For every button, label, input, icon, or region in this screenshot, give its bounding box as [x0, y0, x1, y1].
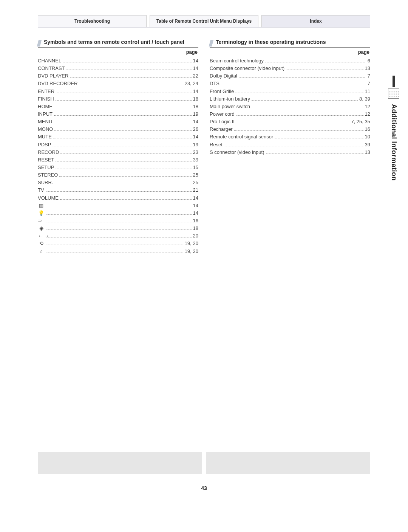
leader-dots [46, 188, 192, 192]
index-entry[interactable]: FINISH18 [38, 95, 198, 103]
index-entry[interactable]: INPUT19 [38, 110, 198, 118]
index-entry[interactable]: Reset39 [210, 141, 370, 149]
leader-dots [60, 150, 191, 154]
index-term: MENU [38, 118, 52, 126]
index-page: 7, 25, 35 [351, 118, 370, 126]
index-term: STEREO [38, 171, 58, 179]
index-term: Lithium-ion battery [210, 95, 250, 103]
index-page: 6 [368, 57, 370, 65]
index-page: 14 [193, 57, 198, 65]
index-entry[interactable]: Front Grille11 [210, 88, 370, 95]
index-term: Composite connector (video input) [210, 65, 284, 72]
index-page: 26 [193, 126, 198, 133]
leader-dots [56, 165, 191, 169]
right-section-title: Terminology in these operating instructi… [210, 39, 370, 48]
index-entry[interactable]: STEREO25 [38, 171, 198, 179]
index-entry[interactable]: ⌂19, 20 [38, 248, 198, 255]
leader-dots [79, 81, 183, 85]
index-entry[interactable]: VOLUME14 [38, 194, 198, 202]
index-entry[interactable]: DVD RECORDER23, 24 [38, 80, 198, 87]
leader-dots [286, 66, 363, 70]
index-page: 19, 20 [185, 240, 198, 247]
leader-dots [56, 89, 191, 93]
index-entry[interactable]: Composite connector (video input)13 [210, 65, 370, 72]
index-entry[interactable]: Recharger16 [210, 126, 370, 133]
index-entry[interactable]: Lithium-ion battery8, 39 [210, 95, 370, 103]
index-entry[interactable]: Beam control technology6 [210, 57, 370, 65]
index-entry[interactable]: PDSP19 [38, 141, 198, 149]
leader-dots [53, 135, 192, 138]
leader-dots [46, 219, 192, 222]
left-section-title: Symbols and terms on remote control unit… [38, 39, 198, 48]
index-page: 14 [193, 118, 198, 126]
index-entry[interactable]: MUTE14 [38, 133, 198, 141]
tab-troubleshooting[interactable]: Troubleshooting [38, 15, 147, 27]
leader-dots [252, 97, 358, 101]
leader-dots [275, 135, 363, 138]
index-term: MONO [38, 126, 53, 133]
tab-index[interactable]: Index [261, 15, 370, 27]
index-entry[interactable]: MONO26 [38, 126, 198, 133]
index-term: DVD PLAYER [38, 72, 68, 80]
index-entry[interactable]: CONTRAST14 [38, 65, 198, 72]
index-entry[interactable]: ⟲19, 20 [38, 240, 198, 247]
leader-dots [265, 59, 366, 62]
index-entry[interactable]: ◉18 [38, 225, 198, 232]
index-entry[interactable]: CHANNEL14 [38, 57, 198, 65]
index-page: 19, 20 [185, 248, 198, 255]
index-entry[interactable]: S connector (video input)13 [210, 149, 370, 156]
index-entry[interactable]: 💡14 [38, 209, 198, 217]
right-page-header: page [210, 49, 369, 55]
index-entry[interactable]: HOME18 [38, 103, 198, 110]
leader-dots [54, 119, 191, 123]
leader-dots [46, 241, 183, 245]
index-page: 14 [193, 133, 198, 141]
index-page: 16 [365, 126, 370, 133]
index-page: 21 [193, 186, 198, 194]
side-tab-label: Additional Information [390, 104, 398, 181]
index-symbol: ← → [38, 232, 45, 240]
index-entry[interactable]: DTS7 [210, 80, 370, 87]
leader-dots [59, 173, 191, 177]
tab-remote-menu[interactable]: Table of Remote Control Unit Menu Displa… [150, 15, 258, 27]
index-entry[interactable]: ⊃–16 [38, 217, 198, 225]
index-entry[interactable]: SETUP15 [38, 164, 198, 171]
index-entry[interactable]: Remote control signal sensor10 [210, 133, 370, 141]
section-tick-icon [37, 40, 42, 47]
side-tab-bar-icon [393, 76, 395, 87]
leader-dots [60, 195, 192, 199]
index-term: S connector (video input) [210, 149, 264, 156]
index-term: Front Grille [210, 88, 234, 95]
index-entry[interactable]: Main power switch12 [210, 103, 370, 110]
top-tabs: Troubleshooting Table of Remote Control … [38, 15, 370, 28]
index-entry[interactable]: RECORD23 [38, 149, 198, 156]
index-term: SURR. [38, 179, 53, 186]
footer-block-left [38, 452, 202, 474]
side-tab-dots-icon: ∘∘∘∘∘∘∘∘∘∘∘∘∘∘∘∘∘∘∘∘∘∘∘∘ [388, 88, 399, 99]
index-entry[interactable]: Pro Logic II7, 25, 35 [210, 118, 370, 126]
index-entry[interactable]: ▥14 [38, 202, 198, 209]
leader-dots [46, 249, 183, 253]
index-entry[interactable]: MENU14 [38, 118, 198, 126]
index-entry[interactable]: ENTER14 [38, 88, 198, 95]
index-entry[interactable]: Power cord12 [210, 110, 370, 118]
index-symbol: 💡 [38, 209, 45, 217]
side-tab: ∘∘∘∘∘∘∘∘∘∘∘∘∘∘∘∘∘∘∘∘∘∘∘∘ Additional Info… [387, 76, 400, 181]
leader-dots [70, 74, 191, 78]
index-entry[interactable]: RESET39 [38, 156, 198, 164]
leader-dots [266, 150, 363, 154]
index-page: 16 [193, 217, 198, 225]
index-entry[interactable]: ← →20 [38, 232, 198, 240]
index-entry[interactable]: DVD PLAYER22 [38, 72, 198, 80]
index-entry[interactable]: TV21 [38, 186, 198, 194]
index-page: 22 [193, 72, 198, 80]
index-term: ENTER [38, 88, 54, 95]
index-page: 7 [368, 72, 370, 80]
index-entry[interactable]: Dolby Digital7 [210, 72, 370, 80]
index-symbol: ⌂ [38, 248, 45, 255]
index-page: 23 [193, 149, 198, 156]
index-entry[interactable]: SURR.25 [38, 179, 198, 186]
index-page: 10 [365, 133, 370, 141]
page-number: 43 [0, 485, 408, 491]
index-symbol: ⊃– [38, 217, 45, 225]
